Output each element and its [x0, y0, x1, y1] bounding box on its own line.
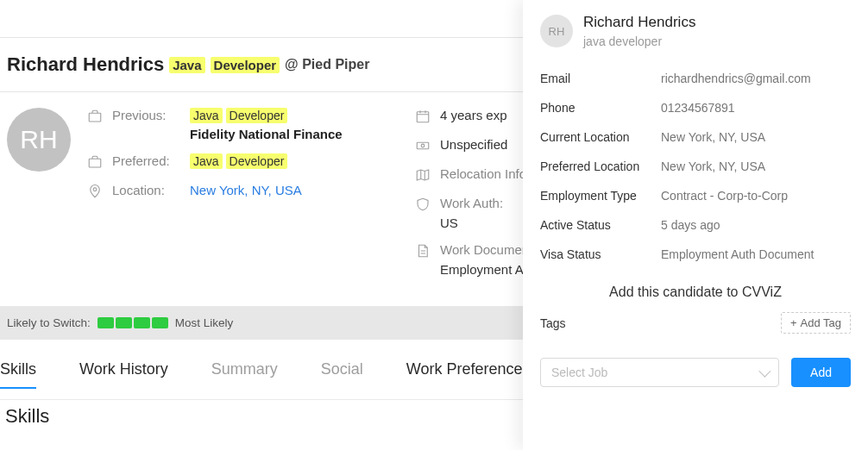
location-label: Location: [112, 183, 181, 197]
section-heading-skills: Skills [5, 405, 49, 428]
svg-rect-3 [417, 112, 429, 122]
company-label: @ Pied Piper [285, 57, 369, 72]
map-pin-icon [86, 183, 104, 200]
panel-phone-row: Phone 01234567891 [540, 93, 851, 122]
panel-active-row: Active Status 5 days ago [540, 210, 851, 240]
curloc-value: New York, NY, USA [661, 130, 851, 144]
panel-role: java developer [583, 34, 695, 48]
preferred-tag-developer: Developer [226, 153, 288, 169]
location-row: Location: New York, NY, USA [86, 183, 397, 200]
phone-label: Phone [540, 101, 661, 115]
work-auth-value: US [440, 216, 509, 230]
panel-avatar: RH [540, 15, 573, 47]
shield-icon [414, 196, 431, 213]
briefcase-icon [86, 153, 104, 171]
panel-prefloc-row: Preferred Location New York, NY, USA [540, 152, 851, 181]
panel-emptype-row: Employment Type Contract - Corp-to-Corp [540, 181, 851, 210]
location-value[interactable]: New York, NY, USA [190, 183, 302, 197]
emptype-value: Contract - Corp-to-Corp [661, 189, 851, 203]
previous-company: Fidelity National Finance [190, 127, 343, 141]
work-auth-label: Work Auth: [440, 196, 509, 210]
previous-tag-developer: Developer [226, 108, 288, 123]
tab-work-pref[interactable]: Work Preferences [406, 360, 531, 389]
avatar: RH [7, 108, 71, 172]
email-label: Email [540, 72, 661, 85]
active-value: 5 days ago [661, 218, 851, 232]
previous-tag-java: Java [190, 108, 223, 123]
prefloc-value: New York, NY, USA [661, 159, 851, 173]
svg-rect-1 [89, 159, 101, 167]
title-highlight-developer: Developer [211, 57, 280, 73]
svg-rect-0 [89, 113, 101, 122]
panel-name: Richard Hendrics [583, 14, 695, 31]
visa-label: Visa Status [540, 247, 661, 261]
candidate-name: Richard Hendrics [7, 53, 164, 76]
panel-curloc-row: Current Location New York, NY, USA [540, 122, 851, 152]
email-value: richardhendrics@gmail.com [661, 72, 851, 85]
title-highlight-java: Java [169, 57, 204, 73]
panel-visa-row: Visa Status Employment Auth Document [540, 240, 851, 269]
visa-value: Employment Auth Document [661, 247, 851, 261]
svg-rect-4 [417, 142, 429, 149]
add-tag-label: Add Tag [801, 316, 841, 329]
previous-label: Previous: [112, 108, 181, 122]
salary-value: Unspecified [440, 137, 507, 152]
preferred-tag-java: Java [190, 153, 223, 169]
select-job-dropdown[interactable]: Select Job [540, 358, 779, 387]
add-tag-button[interactable]: + Add Tag [781, 312, 851, 334]
tab-skills[interactable]: Skills [0, 360, 36, 389]
experience-value: 4 years exp [440, 108, 507, 122]
preferred-label: Preferred: [112, 153, 181, 168]
phone-value: 01234567891 [661, 101, 851, 115]
candidate-side-panel: RH Richard Hendrics java developer Email… [523, 0, 868, 450]
add-button[interactable]: Add [791, 358, 851, 387]
briefcase-icon [86, 108, 104, 125]
calendar-icon [414, 108, 431, 125]
tab-social[interactable]: Social [321, 360, 363, 389]
svg-point-2 [93, 188, 97, 191]
plus-icon: + [790, 316, 797, 329]
prefloc-label: Preferred Location [540, 159, 661, 173]
relocation-label: Relocation Info: [440, 166, 530, 181]
select-job-placeholder: Select Job [551, 366, 607, 379]
curloc-label: Current Location [540, 130, 661, 144]
chevron-down-icon [758, 366, 771, 378]
switch-result: Most Likely [175, 316, 234, 329]
panel-add-heading: Add this candidate to CVViZ [540, 284, 851, 300]
tab-summary[interactable]: Summary [211, 360, 278, 389]
tab-work-history[interactable]: Work History [79, 360, 168, 389]
map-icon [414, 166, 431, 184]
previous-row: Previous: Java Developer Fidelity Nation… [86, 108, 397, 141]
tags-label: Tags [540, 316, 566, 330]
switch-label: Likely to Switch: [7, 316, 91, 329]
emptype-label: Employment Type [540, 189, 661, 203]
document-icon [414, 242, 431, 259]
active-label: Active Status [540, 218, 661, 232]
money-icon [414, 137, 431, 154]
switch-meter [97, 317, 168, 328]
preferred-row: Preferred: Java Developer [86, 153, 397, 171]
svg-point-5 [421, 144, 425, 147]
panel-email-row: Email richardhendrics@gmail.com [540, 64, 851, 93]
